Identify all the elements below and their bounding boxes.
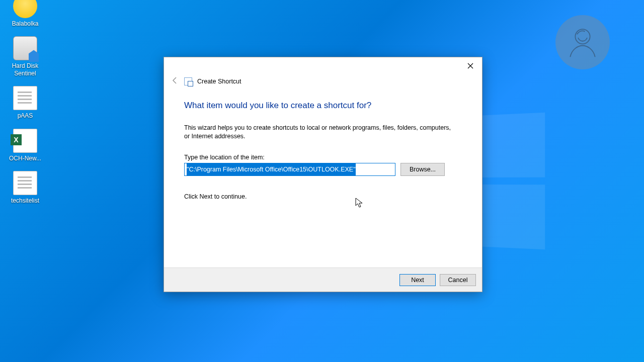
close-icon (467, 63, 473, 69)
app-icon (13, 36, 37, 60)
dialog-content: What item would you like to create a sho… (164, 92, 482, 267)
dialog-description: This wizard helps you to create shortcut… (184, 124, 456, 141)
create-shortcut-dialog: Create Shortcut What item would you like… (164, 57, 482, 292)
avatar (555, 15, 610, 69)
desktop-icon-label: Hard Disk Sentinel (5, 62, 45, 77)
desktop-icon-balabolka[interactable]: Balabolka (5, 0, 45, 27)
location-input-value: "C:\Program Files\Microsoft Office\Offic… (187, 163, 356, 175)
desktop-icon-label: OCH-New... (5, 155, 45, 162)
continue-hint: Click Next to continue. (184, 193, 462, 200)
excel-file-icon (13, 129, 37, 153)
browse-button[interactable]: Browse... (400, 163, 445, 176)
dialog-header: Create Shortcut (164, 74, 482, 92)
dialog-heading: What item would you like to create a sho… (184, 101, 462, 111)
svg-point-0 (575, 29, 590, 44)
desktop-icon-label: techsitelist (5, 197, 45, 204)
desktop-icon-label: pAAS (5, 112, 45, 119)
close-button[interactable] (459, 58, 482, 74)
cancel-button[interactable]: Cancel (440, 274, 476, 286)
dialog-footer: Next Cancel (164, 267, 482, 292)
location-input[interactable]: "C:\Program Files\Microsoft Office\Offic… (184, 163, 395, 176)
app-icon (13, 0, 37, 18)
desktop-icons: Balabolka Hard Disk Sentinel pAAS OCH-Ne… (5, 0, 55, 213)
dialog-title: Create Shortcut (197, 78, 242, 85)
desktop-icon-och-new[interactable]: OCH-New... (5, 129, 45, 162)
text-file-icon (13, 86, 37, 110)
desktop-icon-techsitelist[interactable]: techsitelist (5, 171, 45, 204)
desktop-icon-hard-disk-sentinel[interactable]: Hard Disk Sentinel (5, 36, 45, 77)
desktop-icon-label: Balabolka (5, 20, 45, 27)
next-button[interactable]: Next (399, 274, 436, 286)
back-button (171, 74, 179, 88)
text-file-icon (13, 171, 37, 195)
shortcut-wizard-icon (184, 77, 192, 85)
desktop-icon-paas[interactable]: pAAS (5, 86, 45, 119)
dialog-titlebar (164, 57, 482, 74)
back-arrow-icon (171, 76, 179, 84)
location-label: Type the location of the item: (184, 154, 462, 161)
